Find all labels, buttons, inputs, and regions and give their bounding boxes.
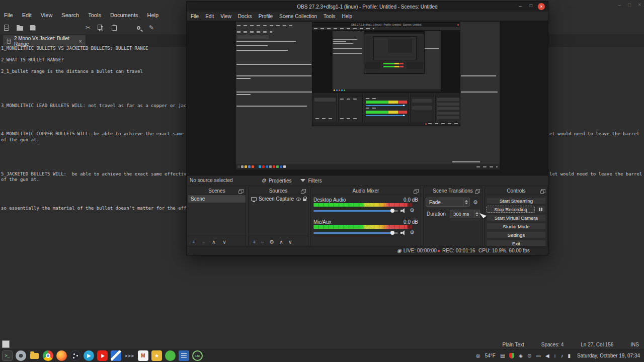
start-streaming-button[interactable]: Start Streaming — [487, 197, 546, 204]
video-app-icon[interactable] — [97, 350, 108, 361]
menu-tools[interactable]: Tools — [88, 12, 101, 18]
visibility-eye-icon[interactable] — [296, 198, 301, 201]
close-icon[interactable]: × — [538, 3, 545, 10]
menu-edit[interactable]: Edit — [22, 12, 32, 18]
menu-documents[interactable]: Documents — [110, 12, 138, 18]
studio-mode-button[interactable]: Studio Mode — [487, 223, 546, 230]
slider-handle[interactable] — [390, 209, 394, 213]
filters-button[interactable]: Filters — [300, 178, 321, 184]
add-scene-button[interactable]: + — [192, 239, 195, 245]
shield-icon[interactable] — [509, 353, 514, 358]
close-icon[interactable]: × — [638, 2, 641, 8]
display-icon[interactable]: ▭ — [536, 353, 540, 358]
source-properties-button[interactable]: ⚙ — [269, 239, 274, 245]
popout-icon[interactable] — [302, 189, 306, 193]
save-icon[interactable] — [26, 22, 39, 33]
tab-close-icon[interactable]: × — [79, 38, 82, 44]
screencast-icon[interactable]: ◎ — [476, 353, 480, 358]
start-virtual-camera-button[interactable]: Start Virtual Camera — [487, 214, 546, 221]
replace-icon[interactable]: ✎ — [145, 22, 158, 33]
obs-app-icon[interactable] — [70, 350, 80, 361]
chromium-app-icon[interactable] — [43, 350, 53, 361]
obs-menu-edit[interactable]: Edit — [205, 14, 214, 19]
popout-icon[interactable] — [239, 189, 244, 193]
obs-menu-tools[interactable]: Tools — [324, 14, 335, 19]
statusbar-language[interactable]: Plain Text — [503, 342, 524, 347]
paste-icon[interactable] — [108, 22, 121, 33]
obs-menu-view[interactable]: View — [220, 14, 231, 19]
screenshot-app-icon[interactable] — [16, 350, 26, 361]
stop-recording-button[interactable]: Stop Recording — [487, 206, 535, 213]
scenes-header[interactable]: Scenes — [188, 187, 246, 195]
open-file-icon[interactable] — [13, 22, 26, 33]
popout-icon[interactable] — [541, 189, 545, 193]
transition-config-icon[interactable]: ⚙ — [473, 200, 478, 205]
popout-icon[interactable] — [415, 189, 419, 193]
properties-button[interactable]: ⚙ Properties — [261, 178, 291, 184]
preview-canvas[interactable]: OBS 27.2.3+dfsg1-1 (linux) - Profile: Un… — [236, 22, 500, 169]
tab-document[interactable]: 2 Mono Vs Jacket: Bullet Range × — [3, 35, 86, 47]
mic-aux-slider[interactable] — [313, 232, 398, 234]
duration-spinbox[interactable]: 300 ms — [450, 210, 480, 218]
statusbar-spaces[interactable]: Spaces: 4 — [541, 342, 564, 347]
minimize-icon[interactable]: – — [519, 3, 522, 9]
menu-file[interactable]: File — [4, 12, 13, 18]
speaker-icon[interactable] — [400, 208, 407, 213]
games-app-icon[interactable]: ★ — [151, 350, 162, 361]
audio-mixer-header[interactable]: Audio Mixer — [311, 187, 421, 195]
linux-mint-app-icon[interactable]: LM — [192, 350, 203, 361]
user-icon[interactable]: ◈ — [519, 353, 523, 358]
slider-handle[interactable] — [390, 231, 394, 235]
lock-icon[interactable] — [303, 199, 306, 201]
menu-view[interactable]: View — [41, 12, 53, 18]
find-icon[interactable] — [132, 22, 145, 33]
cut-icon[interactable]: ✂ — [82, 22, 95, 33]
obs-menu-help[interactable]: Help — [342, 14, 352, 19]
documents-app-icon[interactable] — [179, 350, 189, 361]
menu-search[interactable]: Search — [61, 12, 79, 18]
desktop-audio-slider[interactable] — [313, 210, 398, 212]
minimize-icon[interactable]: – — [618, 2, 621, 8]
dropdown-arrows-icon[interactable] — [463, 198, 469, 206]
settings-button[interactable]: Settings — [487, 231, 546, 238]
window-list-icon[interactable] — [2, 340, 10, 348]
new-file-icon[interactable] — [0, 22, 13, 33]
files-app-icon[interactable] — [29, 350, 40, 361]
spin-arrows-icon[interactable] — [474, 210, 479, 218]
firefox-app-icon[interactable] — [56, 350, 67, 361]
chevrons-app-icon[interactable]: >>> — [124, 350, 135, 361]
source-up-button[interactable]: ∧ — [279, 239, 283, 245]
transition-select[interactable]: Fade — [426, 198, 470, 207]
obs-menu-scene-collection[interactable]: Scene Collection — [279, 14, 317, 19]
maximize-icon[interactable]: □ — [628, 2, 631, 8]
transitions-header[interactable]: Scene Transitions — [424, 187, 482, 195]
green-app-icon[interactable] — [165, 350, 176, 361]
obs-menu-profile[interactable]: Profile — [259, 14, 273, 19]
add-source-button[interactable]: + — [253, 239, 256, 245]
controls-header[interactable]: Controls — [485, 187, 547, 195]
search-icon[interactable]: ⊙ — [527, 353, 531, 358]
obs-menu-file[interactable]: File — [191, 14, 199, 19]
music-icon[interactable]: ♪ — [561, 353, 564, 358]
volume-icon[interactable]: ◀ — [545, 353, 549, 358]
clock[interactable]: Saturday, October 19, 07:34 — [577, 353, 640, 358]
sources-header[interactable]: Sources — [249, 187, 308, 195]
obs-menu-docks[interactable]: Docks — [238, 14, 252, 19]
network-icon[interactable]: ↕ — [554, 353, 556, 358]
blue-app-icon[interactable] — [111, 350, 121, 361]
remove-source-button[interactable]: − — [261, 239, 264, 245]
scene-up-button[interactable]: ∧ — [212, 239, 216, 245]
telegram-app-icon[interactable] — [84, 350, 94, 361]
temperature-indicator[interactable]: 54°F — [485, 353, 496, 358]
battery-icon[interactable]: ▮ — [568, 353, 571, 358]
scene-list-item[interactable]: Scene — [188, 195, 246, 203]
source-list-item[interactable]: Screen Capture (X — [249, 195, 308, 203]
terminal-app-icon[interactable]: >_ — [2, 350, 13, 361]
maximize-icon[interactable]: □ — [530, 3, 532, 8]
channel-settings-icon[interactable]: ⚙ — [410, 208, 415, 213]
copy-icon[interactable] — [95, 22, 108, 33]
obs-titlebar[interactable]: OBS 27.2.3+dfsg1-1 (linux) - Profile: Un… — [187, 2, 548, 12]
pause-recording-button[interactable] — [536, 206, 545, 213]
popout-icon[interactable] — [476, 189, 480, 193]
menu-help[interactable]: Help — [147, 12, 159, 18]
